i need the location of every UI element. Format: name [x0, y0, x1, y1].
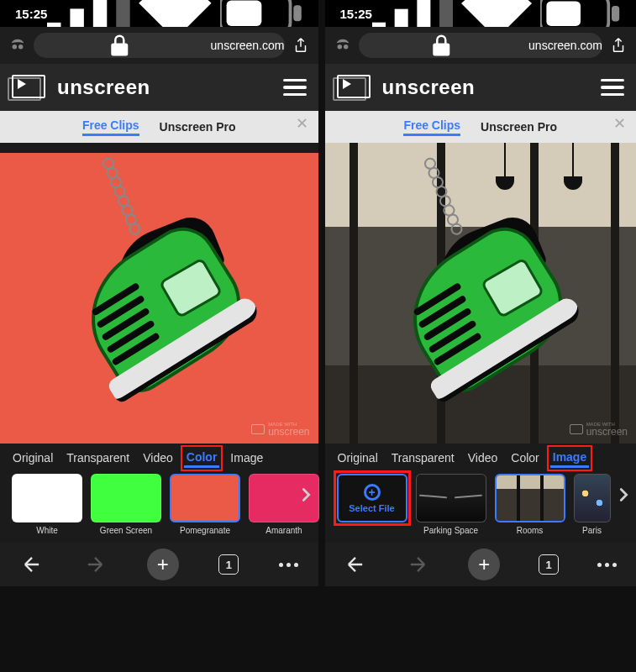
preview-area: MADE WITH unscreen: [0, 143, 318, 444]
browser-address-bar: unscreen.com: [0, 27, 318, 64]
tabs-count[interactable]: 1: [539, 554, 559, 575]
svg-rect-5: [226, 1, 261, 26]
select-file-button[interactable]: +Select File: [337, 474, 407, 522]
swatches-next-icon[interactable]: [297, 486, 315, 504]
svg-rect-6: [293, 6, 301, 22]
url-text: unscreen.com: [211, 39, 285, 52]
swatch-paris[interactable]: Paris: [574, 474, 611, 535]
close-icon[interactable]: ✕: [613, 114, 626, 133]
tabs-count[interactable]: 1: [218, 554, 239, 575]
bg-tab-video[interactable]: Video: [140, 449, 176, 466]
bg-tab-transparent[interactable]: Transparent: [389, 449, 457, 466]
lock-icon: [34, 33, 206, 58]
swatch-pomegranate[interactable]: Pomegranate: [170, 474, 240, 535]
tab-unscreen-pro[interactable]: Unscreen Pro: [160, 120, 236, 134]
swatches-next-icon[interactable]: [614, 486, 633, 504]
phone-screenshot-right: 15:25 unscreen.com unscreen Free Clips U…: [325, 0, 637, 586]
private-mode-icon[interactable]: [334, 36, 352, 55]
more-icon[interactable]: [597, 563, 617, 567]
status-bar: 15:25: [325, 0, 637, 27]
menu-icon[interactable]: [283, 79, 307, 97]
app-header: unscreen: [325, 64, 637, 111]
brand-name: unscreen: [382, 76, 476, 99]
swatch-amaranth[interactable]: Amaranth: [249, 474, 319, 535]
bg-tab-transparent[interactable]: Transparent: [64, 449, 132, 466]
svg-rect-13: [612, 6, 619, 21]
private-mode-icon[interactable]: [8, 36, 27, 55]
browser-address-bar: unscreen.com: [325, 27, 637, 64]
nav-forward-icon: [406, 553, 429, 576]
bg-tab-original[interactable]: Original: [10, 449, 55, 466]
brand-logo[interactable]: unscreen: [12, 75, 150, 100]
browser-toolbar: + 1: [325, 543, 637, 586]
tab-free-clips[interactable]: Free Clips: [82, 118, 139, 136]
nav-back-icon[interactable]: [20, 553, 44, 576]
bg-tab-original[interactable]: Original: [335, 449, 381, 466]
share-icon[interactable]: [292, 36, 310, 55]
url-field[interactable]: unscreen.com: [359, 33, 603, 58]
status-bar: 15:25: [0, 0, 318, 27]
swatch-green-screen[interactable]: Green Screen: [91, 474, 161, 535]
swatch-parking-space[interactable]: Parking Space: [416, 474, 486, 535]
lock-icon: [359, 33, 524, 58]
bg-tab-video[interactable]: Video: [465, 449, 501, 466]
brand-name: unscreen: [57, 76, 150, 99]
color-swatch-row: White Green Screen Pomegranate Amaranth: [0, 472, 318, 543]
nav-back-icon[interactable]: [344, 553, 367, 576]
watermark: MADE WITH unscreen: [251, 422, 309, 437]
bg-tab-image[interactable]: Image: [228, 449, 265, 466]
tab-free-clips[interactable]: Free Clips: [403, 118, 460, 136]
tab-unscreen-pro[interactable]: Unscreen Pro: [481, 120, 557, 134]
phone-screenshot-left: 15:25 unscreen.com unscreen Free Clips U…: [0, 0, 318, 586]
plus-icon: +: [364, 484, 381, 501]
bg-tab-color[interactable]: Color: [508, 449, 541, 466]
preview-area: MADE WITH unscreen: [325, 143, 637, 444]
bg-tab-image[interactable]: Image: [550, 449, 589, 468]
background-type-tabs: Original Transparent Video Color Image: [325, 444, 637, 472]
url-field[interactable]: unscreen.com: [34, 33, 285, 58]
nav-tabs: Free Clips Unscreen Pro ✕: [325, 111, 637, 143]
close-icon[interactable]: ✕: [296, 114, 308, 133]
watermark: MADE WITH unscreen: [570, 422, 628, 437]
brand-logo[interactable]: unscreen: [337, 75, 476, 100]
nav-forward-icon: [83, 553, 107, 576]
share-icon[interactable]: [609, 36, 628, 55]
image-swatch-row: +Select File Parking Space Rooms Paris: [325, 472, 637, 543]
app-header: unscreen: [0, 64, 318, 111]
status-time: 15:25: [15, 7, 47, 21]
background-type-tabs: Original Transparent Video Color Image: [0, 444, 318, 472]
bg-tab-color[interactable]: Color: [184, 449, 220, 468]
swatch-rooms[interactable]: Rooms: [495, 474, 565, 535]
url-text: unscreen.com: [528, 39, 602, 52]
menu-icon[interactable]: [601, 79, 624, 97]
status-time: 15:25: [340, 7, 372, 21]
new-tab-button[interactable]: +: [468, 549, 500, 580]
browser-toolbar: + 1: [0, 543, 318, 586]
svg-rect-12: [546, 1, 581, 26]
more-icon[interactable]: [279, 563, 298, 567]
new-tab-button[interactable]: +: [147, 549, 179, 580]
nav-tabs: Free Clips Unscreen Pro ✕: [0, 111, 318, 143]
swatch-white[interactable]: White: [12, 474, 82, 535]
